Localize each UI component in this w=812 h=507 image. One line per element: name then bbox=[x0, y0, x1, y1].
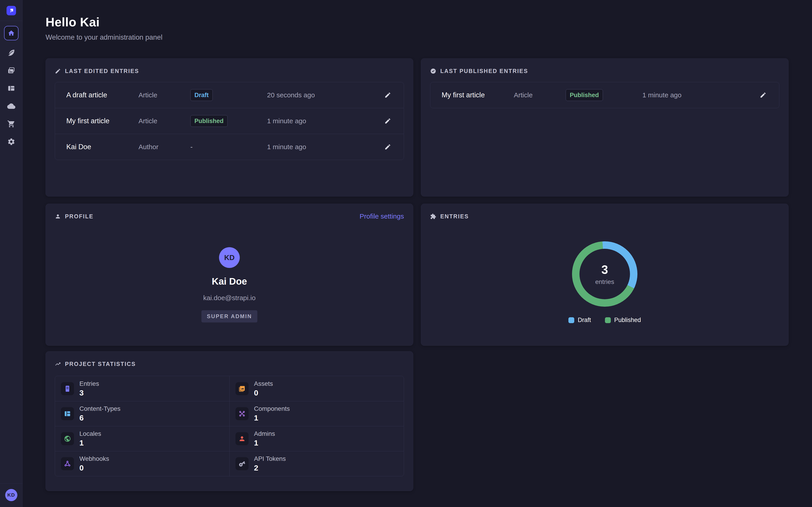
locales-globe-icon bbox=[61, 432, 74, 445]
stat-label: Components bbox=[254, 405, 290, 412]
stat-label: Content-Types bbox=[80, 405, 120, 412]
stat-text: Content-Types 6 bbox=[80, 405, 120, 422]
entry-actions bbox=[380, 90, 393, 100]
settings-gear-icon bbox=[7, 138, 15, 146]
stat-value: 3 bbox=[80, 389, 99, 397]
entry-status-cell: Draft bbox=[190, 89, 267, 101]
sidebar-item-media-library[interactable] bbox=[6, 65, 17, 76]
cloud-icon bbox=[7, 102, 15, 110]
page-subtitle: Welcome to your administration panel bbox=[46, 33, 162, 42]
stat-text: Entries 3 bbox=[80, 380, 99, 397]
entry-kind: Article bbox=[139, 91, 190, 99]
stat-label: Webhooks bbox=[80, 455, 109, 462]
entry-kind: Article bbox=[139, 117, 190, 125]
entry-actions bbox=[380, 142, 393, 152]
stat-webhooks: Webhooks 0 bbox=[55, 451, 230, 476]
stat-value: 0 bbox=[254, 389, 273, 397]
stat-api-tokens: API Tokens 2 bbox=[230, 451, 404, 476]
trending-up-icon bbox=[55, 361, 61, 367]
sidebar-item-settings[interactable] bbox=[6, 136, 17, 147]
last-published-table: My first article Article Published 1 min… bbox=[430, 82, 779, 108]
stat-content-types: Content-Types 6 bbox=[55, 401, 230, 426]
api-tokens-key-icon bbox=[236, 457, 249, 470]
stat-text: API Tokens 2 bbox=[254, 455, 286, 472]
stat-entries: Entries 3 bbox=[55, 376, 230, 401]
entries-file-icon bbox=[61, 382, 74, 395]
entry-title: Kai Doe bbox=[66, 143, 139, 151]
profile-settings-link[interactable]: Profile settings bbox=[360, 213, 404, 220]
stat-text: Admins 1 bbox=[254, 430, 275, 447]
profile-name: Kai Doe bbox=[212, 276, 247, 287]
entry-time: 20 seconds ago bbox=[267, 91, 380, 99]
content-types-layout-icon bbox=[61, 407, 74, 420]
donut-total: 3 bbox=[601, 263, 608, 277]
table-row: A draft article Article Draft 20 seconds… bbox=[55, 82, 404, 108]
content-type-builder-icon bbox=[7, 84, 15, 93]
user-icon bbox=[55, 213, 61, 220]
status-empty: - bbox=[190, 143, 193, 151]
strapi-logo-icon[interactable] bbox=[6, 6, 16, 15]
sidebar-item-cloud[interactable] bbox=[6, 101, 17, 112]
table-row: Kai Doe Author - 1 minute ago bbox=[55, 134, 404, 160]
last-edited-entries-card: LAST EDITED ENTRIES A draft article Arti… bbox=[46, 58, 413, 196]
admins-user-icon bbox=[236, 432, 249, 445]
stat-text: Assets 0 bbox=[254, 380, 273, 397]
entry-actions bbox=[755, 90, 768, 100]
card-header: LAST PUBLISHED ENTRIES bbox=[430, 67, 779, 75]
pencil-icon bbox=[384, 92, 391, 99]
project-statistics-card: PROJECT STATISTICS Entries 3 Assets 0 bbox=[46, 351, 413, 491]
table-row: My first article Article Published 1 min… bbox=[55, 108, 404, 134]
entry-kind: Author bbox=[139, 143, 190, 151]
entry-title: A draft article bbox=[66, 91, 139, 99]
sidebar-item-content-manager[interactable] bbox=[6, 47, 17, 58]
stat-locales: Locales 1 bbox=[55, 426, 230, 451]
stat-value: 2 bbox=[254, 463, 286, 472]
edit-entry-button[interactable] bbox=[383, 142, 393, 152]
stat-label: Locales bbox=[80, 430, 101, 437]
stat-label: Assets bbox=[254, 380, 273, 387]
donut-center-text: 3 entries bbox=[572, 241, 638, 307]
stat-components: Components 1 bbox=[230, 401, 404, 426]
pencil-icon bbox=[384, 118, 391, 124]
stat-value: 6 bbox=[80, 413, 120, 422]
sidebar-footer: KD bbox=[0, 483, 22, 507]
card-header: ENTRIES bbox=[430, 212, 779, 221]
edit-entry-button[interactable] bbox=[383, 116, 393, 126]
stat-value: 1 bbox=[254, 413, 290, 422]
edit-entry-button[interactable] bbox=[758, 90, 768, 100]
stat-text: Locales 1 bbox=[80, 430, 101, 447]
user-avatar[interactable]: KD bbox=[5, 489, 17, 501]
profile-card: PROFILE Profile settings KD Kai Doe kai.… bbox=[46, 204, 413, 346]
card-header: PROFILE Profile settings bbox=[55, 212, 404, 221]
strapi-admin-dashboard: { "app": { "background": "#181826", "sur… bbox=[0, 0, 812, 507]
draft-swatch-icon bbox=[568, 317, 574, 323]
webhooks-icon bbox=[61, 457, 74, 470]
sidebar-item-home[interactable] bbox=[4, 26, 18, 40]
media-library-icon bbox=[7, 66, 15, 74]
stat-value: 0 bbox=[80, 463, 109, 472]
sidebar-item-content-type-builder[interactable] bbox=[6, 83, 17, 94]
entry-time: 1 minute ago bbox=[267, 117, 380, 125]
last-published-entries-card: LAST PUBLISHED ENTRIES My first article … bbox=[421, 58, 789, 196]
edit-entry-button[interactable] bbox=[383, 90, 393, 100]
entry-time: 1 minute ago bbox=[267, 143, 380, 151]
stat-label: API Tokens bbox=[254, 455, 286, 462]
entry-actions bbox=[380, 116, 393, 126]
sidebar-nav bbox=[4, 26, 18, 147]
profile-avatar: KD bbox=[219, 247, 240, 268]
sidebar-item-marketplace[interactable] bbox=[6, 118, 17, 129]
stat-value: 1 bbox=[254, 439, 275, 447]
pencil-icon bbox=[55, 68, 61, 74]
card-title: LAST PUBLISHED ENTRIES bbox=[440, 68, 528, 74]
legend-item-published: Published bbox=[605, 317, 641, 324]
status-badge: Draft bbox=[190, 89, 213, 101]
project-statistics-grid: Entries 3 Assets 0 Content-Types 6 bbox=[55, 376, 404, 476]
card-header: LAST EDITED ENTRIES bbox=[55, 67, 404, 75]
pencil-icon bbox=[760, 92, 766, 99]
donut-total-label: entries bbox=[595, 278, 614, 285]
status-badge: Published bbox=[190, 115, 227, 127]
entry-time: 1 minute ago bbox=[642, 91, 755, 99]
profile-body: KD Kai Doe kai.doe@strapi.io SUPER ADMIN bbox=[55, 221, 404, 323]
published-swatch-icon bbox=[605, 317, 611, 323]
stat-assets: Assets 0 bbox=[230, 376, 404, 401]
